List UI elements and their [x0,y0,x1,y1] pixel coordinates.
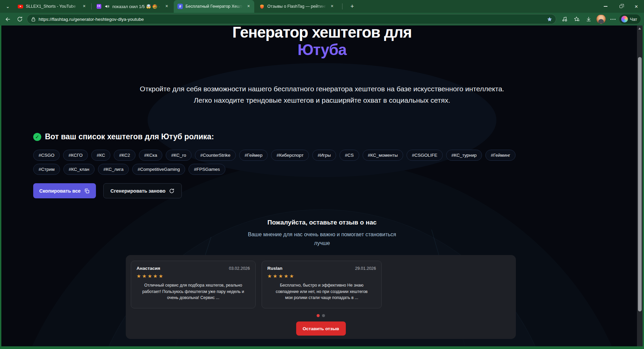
close-window-button[interactable]: × [629,0,644,13]
carousel-dots [126,314,516,317]
tab-flashtag-reviews[interactable]: Отзывы о FlashTag — рейтинг | S × [256,0,340,13]
tab-close-icon[interactable]: × [81,3,87,9]
feedback-subtitle: Ваше мнение для нас очень важно и помога… [241,230,402,248]
hashtag-pill[interactable]: #CSGO [33,150,60,161]
copilot-icon [621,16,628,22]
copilot-label: Чат [630,17,637,22]
hashtag-pill[interactable]: #КС_го [166,150,192,161]
page-title-accent: Ютуба [298,41,346,58]
media-control-icon[interactable] [559,14,570,24]
page-viewport: Генератор хештегов для Ютуба Откройте дл… [1,26,643,346]
carousel-dot[interactable] [322,314,325,317]
hashtag-pill[interactable]: #Киберспорт [271,150,309,161]
back-button[interactable] [3,14,13,24]
copy-all-button[interactable]: Скопировать все [33,183,96,198]
tab-close-icon[interactable]: × [246,3,252,9]
hashtag-pill[interactable]: #FPSGames [189,164,225,175]
scroll-up-arrow-icon[interactable] [638,28,641,30]
window-controls: × [598,0,644,13]
tab-title: SLLEX1_Shorts - YouTube [26,4,78,9]
hashtag-pill[interactable]: #Игры [312,150,336,161]
reviewer-name: Ruslan [267,266,282,271]
browser-toolbar: https://flashtag.ru/generator-heshtegov-… [0,13,644,26]
hashtag-pill[interactable]: #CSGOLIFE [407,150,443,161]
scrollbar-thumb[interactable] [638,57,642,311]
downloads-icon[interactable] [584,14,594,24]
result-heading: Вот ваш список хештегов для Ютуб ролика: [45,132,214,141]
browser-window: ⌄ SLLEX1_Shorts - YouTube × показал скил… [0,0,644,349]
reviewer-name: Анастасия [137,266,160,271]
page-title: Генератор хештегов для Ютуба [1,26,643,58]
feedback-title: Пожалуйста, оставьте отзыв о нас [1,219,643,226]
url-text[interactable]: https://flashtag.ru/generator-heshtegov-… [39,17,547,22]
review-text: Бесплатно, быстро и эффективно Не знаю с… [267,282,376,301]
twitch-icon [96,4,102,9]
hashtag-pill[interactable]: #Стрим [33,164,60,175]
tab-flashtag-generator[interactable]: # Бесплатный Генератор Хештегов × [174,0,254,13]
carousel-dot-active[interactable] [317,314,320,317]
profile-avatar[interactable] [596,14,606,24]
copilot-chat-button[interactable]: Чат [619,14,641,24]
tab-divider [91,3,92,9]
leave-review-button[interactable]: Оставить отзыв [296,321,346,336]
hashtag-pill[interactable]: #КС_клан [63,164,95,175]
lock-icon[interactable] [31,17,36,22]
result-heading-row: ✓ Вот ваш список хештегов для Ютуб ролик… [33,132,214,141]
hashtag-favicon: # [177,4,183,9]
settings-menu-icon[interactable] [608,14,618,24]
tab-search-chevron-icon[interactable]: ⌄ [3,2,13,11]
hashtag-pill[interactable]: #КСГО [63,150,88,161]
page-description: Откройте для себя возможности нашего бес… [1,83,643,106]
hashtag-pill[interactable]: #Геймер [239,150,268,161]
tab-title: Бесплатный Генератор Хештегов [185,4,243,9]
youtube-icon [18,4,23,9]
copy-icon [84,188,90,194]
minimize-button[interactable] [598,0,613,13]
restore-button[interactable] [613,0,629,13]
feedback-panel: Анастасия 03.02.2026 ★★★★★ Отличный серв… [126,255,516,339]
tab-title: показал скил 1/5 🤯 🤩 - Twi [112,4,161,9]
shield-favicon [259,4,265,9]
review-text: Отличный сервис для подбора хештегов, ре… [137,282,250,301]
scrollbar[interactable] [637,26,643,346]
hashtag-pill[interactable]: #КС2 [114,150,135,161]
tab-close-icon[interactable]: × [164,3,170,9]
review-card: Анастасия 03.02.2026 ★★★★★ Отличный серв… [131,261,256,308]
new-tab-button[interactable]: + [347,2,357,11]
bookmark-star-icon[interactable] [547,16,552,22]
review-card: Ruslan 29.01.2026 ★★★★★ Бесплатно, быстр… [262,261,382,308]
window-frame-bottom [0,346,644,349]
tab-divider [342,3,342,9]
hashtag-pill[interactable]: #КС_лига [98,164,129,175]
hashtag-pill[interactable]: #CompetitiveGaming [132,164,185,175]
favorites-icon[interactable] [572,14,582,24]
review-date: 03.02.2026 [229,266,250,271]
hashtag-pill[interactable]: #КС_моменты [363,150,403,161]
hashtag-pill[interactable]: #Гейминг [485,150,516,161]
check-circle-icon: ✓ [33,133,41,141]
address-bar[interactable]: https://flashtag.ru/generator-heshtegov-… [27,14,556,24]
hashtag-pill[interactable]: #КС_турнир [446,150,482,161]
star-rating: ★★★★★ [267,273,376,279]
hashtag-pill[interactable]: #CounterStrike [195,150,236,161]
tab-close-icon[interactable]: × [329,3,335,9]
tab-strip: ⌄ SLLEX1_Shorts - YouTube × показал скил… [0,0,644,13]
action-buttons: Скопировать все Сгенерировать заново [33,183,182,198]
refresh-button[interactable] [15,14,25,24]
hashtag-pill[interactable]: #CS [339,150,359,161]
audio-speaker-icon[interactable] [104,4,110,9]
refresh-icon [169,188,175,194]
tab-twitch[interactable]: показал скил 1/5 🤯 🤩 - Twi × [93,0,172,13]
hashtag-pill[interactable]: #КСка [139,150,163,161]
tab-title: Отзывы о FlashTag — рейтинг | S [267,4,326,9]
star-rating: ★★★★★ [137,273,250,279]
review-date: 29.01.2026 [355,266,376,271]
hashtag-list: #CSGO#КСГО#КС#КС2#КСка#КС_го#CounterStri… [33,150,528,175]
regenerate-button[interactable]: Сгенерировать заново [103,183,182,198]
hashtag-pill[interactable]: #КС [91,150,110,161]
tab-youtube[interactable]: SLLEX1_Shorts - YouTube × [14,0,90,13]
